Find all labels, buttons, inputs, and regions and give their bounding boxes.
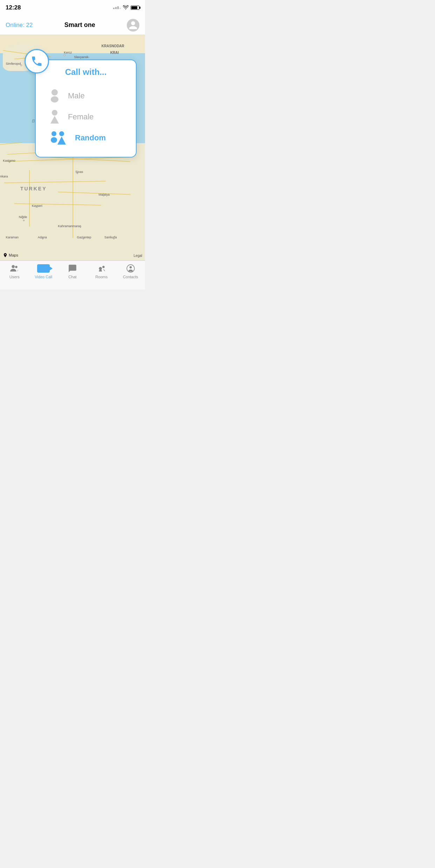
svg-marker-3 <box>50 116 59 124</box>
status-bar: 12:28 <box>0 0 145 15</box>
map-label: nkara <box>0 175 8 178</box>
svg-point-8 <box>12 265 15 268</box>
svg-point-13 <box>129 266 132 269</box>
map-label: Kahramanmaraş <box>58 224 82 228</box>
wifi-icon <box>123 5 129 10</box>
nav-bar: Online: 22 Smart one <box>0 15 145 35</box>
svg-point-1 <box>51 96 58 103</box>
app-title: Smart one <box>64 21 95 29</box>
svg-point-10 <box>99 267 102 270</box>
map-label: Sanliurfa <box>104 236 117 239</box>
tab-videocall-label: Video Call <box>35 275 52 279</box>
random-label: Random <box>75 133 106 142</box>
tab-chat-label: Chat <box>68 275 76 279</box>
users-icon <box>9 264 19 273</box>
female-gender-icon <box>48 111 61 123</box>
tab-chat[interactable]: Chat <box>58 264 87 279</box>
svg-point-9 <box>15 266 18 268</box>
rooms-icon <box>97 264 106 273</box>
svg-point-6 <box>59 131 64 136</box>
status-icons <box>113 5 139 10</box>
call-option-random[interactable]: Random <box>43 127 129 148</box>
map-label: Niğde <box>19 215 27 219</box>
svg-point-0 <box>51 89 58 96</box>
maps-watermark: Maps <box>3 253 18 258</box>
tab-bar: Users Video Call Chat Rooms <box>0 260 145 289</box>
map-label: TURKEY <box>20 186 47 191</box>
contacts-icon <box>126 264 136 273</box>
call-popup: Call with... Male Female <box>35 59 137 158</box>
battery-icon <box>131 6 139 10</box>
tab-videocall[interactable]: Video Call <box>29 264 58 279</box>
map-label: KRAI <box>110 51 119 55</box>
signal-icon <box>113 6 121 9</box>
call-popup-wrapper: Call with... Male Female <box>28 56 137 158</box>
male-gender-icon <box>48 90 61 102</box>
map-label: Kercz <box>64 51 72 54</box>
svg-point-11 <box>102 266 105 268</box>
tab-rooms-label: Rooms <box>95 275 108 279</box>
tab-users[interactable]: Users <box>0 264 29 279</box>
map-label: KRASNODAR <box>102 44 124 48</box>
avatar[interactable] <box>127 19 139 31</box>
female-label: Female <box>68 112 94 121</box>
svg-point-5 <box>51 137 57 143</box>
tab-contacts[interactable]: Contacts <box>116 264 145 279</box>
chat-icon <box>68 264 77 273</box>
tab-users-label: Users <box>9 275 20 279</box>
legal-link[interactable]: Legal <box>134 254 142 258</box>
online-count[interactable]: Online: 22 <box>6 22 33 29</box>
svg-point-2 <box>52 110 57 115</box>
svg-point-4 <box>51 131 56 136</box>
random-gender-icon <box>48 132 68 144</box>
call-option-female[interactable]: Female <box>43 106 129 127</box>
svg-marker-7 <box>57 136 66 145</box>
tab-rooms[interactable]: Rooms <box>87 264 116 279</box>
call-phone-button[interactable] <box>25 49 49 74</box>
map-label: Simferopol <box>6 62 21 65</box>
call-option-male[interactable]: Male <box>43 85 129 106</box>
tab-contacts-label: Contacts <box>123 275 138 279</box>
map-label: Karaman <box>6 236 19 239</box>
status-time: 12:28 <box>6 4 21 11</box>
male-label: Male <box>68 91 85 100</box>
videocall-icon <box>36 264 50 273</box>
call-popup-title: Call with... <box>43 67 129 77</box>
